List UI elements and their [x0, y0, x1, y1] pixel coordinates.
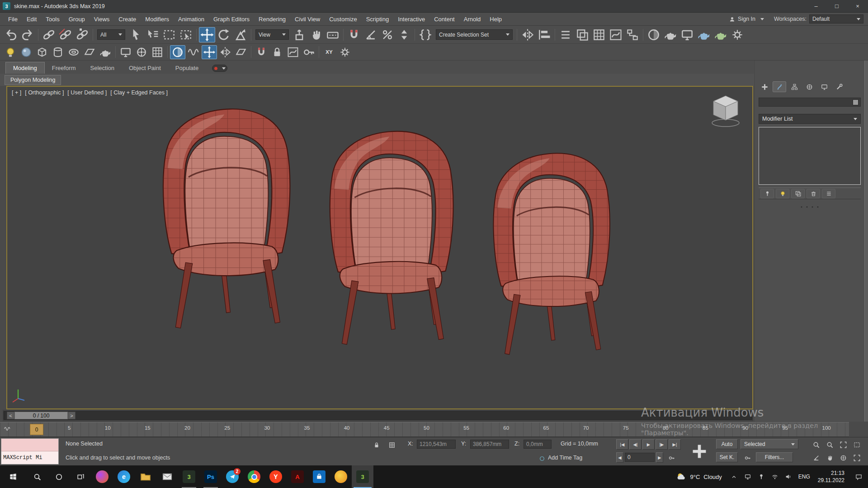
taskbar-app-store[interactable]: [308, 465, 330, 488]
open-in-cloud-icon[interactable]: [729, 27, 745, 42]
toggle-scene-explorer-icon[interactable]: [557, 27, 574, 42]
render-iterative-icon[interactable]: [712, 27, 729, 42]
edit-named-selection-sets-icon[interactable]: [417, 27, 434, 42]
hidden-icons-chevron[interactable]: [727, 465, 741, 488]
menu-file[interactable]: File: [4, 13, 22, 25]
network-wifi-icon[interactable]: [768, 465, 782, 488]
menu-create[interactable]: Create: [114, 13, 141, 25]
viewport[interactable]: [ + ] [ Orthographic ] [ User Defined ] …: [6, 86, 753, 409]
taskbar-app-acrobat[interactable]: A: [287, 465, 308, 488]
selection-lock-icon[interactable]: [269, 45, 285, 59]
modify-tab-icon[interactable]: [773, 81, 786, 92]
geometry-box-icon[interactable]: [34, 45, 50, 59]
object-color-swatch[interactable]: [853, 99, 859, 105]
taskbar-clock[interactable]: 21:13 29.11.2022: [813, 469, 849, 484]
undo-icon[interactable]: [3, 27, 19, 42]
orbit-icon[interactable]: [837, 452, 849, 463]
search-button[interactable]: [26, 465, 48, 488]
reference-coordinate-system-dropdown[interactable]: View: [255, 29, 289, 40]
plane-icon[interactable]: [82, 45, 97, 59]
track-bar[interactable]: 0 5 10 15 20 25 30 35 40 45 50 55 60 65 …: [0, 422, 849, 437]
torus-icon[interactable]: [66, 45, 81, 59]
select-and-link-icon[interactable]: [41, 27, 57, 42]
auto-key-button[interactable]: Auto: [716, 439, 738, 449]
time-slider-handle[interactable]: 0 / 100: [14, 412, 68, 419]
taskbar-app-photoshop[interactable]: Ps: [200, 465, 222, 488]
start-button[interactable]: [0, 465, 26, 488]
viewport-shading-menu[interactable]: [ Clay + Edged Faces ]: [110, 89, 168, 96]
tab-modeling[interactable]: Modeling: [5, 62, 45, 74]
remove-modifier-icon[interactable]: [807, 189, 820, 198]
panel-scrollbar[interactable]: [864, 61, 868, 422]
axis-constraint-toggle-icon[interactable]: [202, 45, 217, 59]
viewport-pov-menu[interactable]: [ Orthographic ]: [25, 89, 64, 96]
zoom-icon[interactable]: [810, 439, 822, 450]
go-to-start-button[interactable]: |◀: [616, 439, 628, 450]
menu-arnold[interactable]: Arnold: [459, 13, 486, 25]
previous-frame-button[interactable]: ◀|: [629, 439, 642, 450]
y-coordinate-field[interactable]: 386,857mm: [470, 440, 509, 449]
schematic-view-icon[interactable]: [624, 27, 641, 42]
toggle-layer-explorer-icon[interactable]: [574, 27, 590, 42]
pan-hand-icon[interactable]: [824, 452, 835, 463]
ribbon-media-button[interactable]: [212, 65, 227, 72]
select-and-move-icon[interactable]: [199, 27, 215, 42]
material-editor-icon[interactable]: [646, 27, 662, 42]
cortana-button[interactable]: [48, 465, 70, 488]
taskbar-app-firefox[interactable]: [91, 465, 113, 488]
redo-icon[interactable]: [19, 27, 36, 42]
percent-snap-toggle-icon[interactable]: [379, 27, 396, 42]
gizmo-settings-icon[interactable]: [337, 45, 353, 59]
taskbar-app-chrome[interactable]: [243, 465, 265, 488]
add-time-tag[interactable]: Add Time Tag: [548, 455, 582, 461]
z-coordinate-field[interactable]: 0,0mm: [524, 440, 552, 449]
spinner-snap-toggle-icon[interactable]: [396, 27, 412, 42]
use-pivot-point-center-icon[interactable]: [291, 27, 307, 42]
modifier-stack-list[interactable]: [759, 127, 861, 185]
set-keys-button[interactable]: [688, 439, 711, 464]
lattice-icon[interactable]: [150, 45, 165, 59]
current-frame-marker[interactable]: 0: [30, 424, 43, 435]
selected-dropdown[interactable]: Selected: [741, 439, 798, 449]
taskbar-app-edge[interactable]: e: [113, 465, 135, 488]
menu-tools[interactable]: Tools: [41, 13, 64, 25]
pin-stack-icon[interactable]: [760, 189, 774, 198]
zoom-region-icon[interactable]: [851, 439, 863, 450]
display-tab-icon[interactable]: [817, 81, 831, 92]
key-mode-toggle-icon[interactable]: [665, 452, 677, 463]
menu-customize[interactable]: Customize: [325, 13, 361, 25]
set-key-button[interactable]: Set K.: [716, 452, 738, 462]
menu-interactive[interactable]: Interactive: [393, 13, 429, 25]
go-to-end-button[interactable]: ▶|: [669, 439, 681, 450]
next-frame-nub[interactable]: >: [68, 412, 75, 419]
taskbar-app-3dsmax[interactable]: 3: [178, 465, 200, 488]
show-end-result-icon[interactable]: [776, 189, 789, 198]
edge-constraint-icon[interactable]: [186, 45, 201, 59]
tab-selection[interactable]: Selection: [83, 62, 122, 74]
menu-content[interactable]: Content: [429, 13, 459, 25]
chair-object-3[interactable]: [494, 153, 610, 354]
zoom-extents-icon[interactable]: [837, 439, 849, 450]
action-center-button[interactable]: [849, 465, 868, 488]
cylinder-icon[interactable]: [50, 45, 66, 59]
time-slider[interactable]: < 0 / 100 >: [3, 410, 753, 421]
menu-animation[interactable]: Animation: [174, 13, 209, 25]
unlink-selection-icon[interactable]: [57, 27, 74, 42]
taskbar-app-mail[interactable]: [156, 465, 178, 488]
scene-canvas[interactable]: [7, 87, 752, 408]
render-production-icon[interactable]: [696, 27, 712, 42]
task-view-button[interactable]: [70, 465, 91, 488]
menu-rendering[interactable]: Rendering: [254, 13, 290, 25]
utilities-tab-icon[interactable]: [832, 81, 846, 92]
motion-tab-icon[interactable]: [802, 81, 816, 92]
previous-frame-nub[interactable]: <: [7, 412, 14, 419]
chair-object-1[interactable]: [163, 109, 290, 328]
snaps-toggle-icon[interactable]: [346, 27, 362, 42]
rendered-frame-window-icon[interactable]: [679, 27, 695, 42]
menu-edit[interactable]: Edit: [22, 13, 41, 25]
taskbar-app-file-explorer[interactable]: [135, 465, 156, 488]
noise-curve-icon[interactable]: [285, 45, 301, 59]
viewport-general-menu[interactable]: [ + ]: [12, 89, 21, 96]
hierarchy-tab-icon[interactable]: [788, 81, 801, 92]
snap-capture-icon[interactable]: [254, 45, 269, 59]
